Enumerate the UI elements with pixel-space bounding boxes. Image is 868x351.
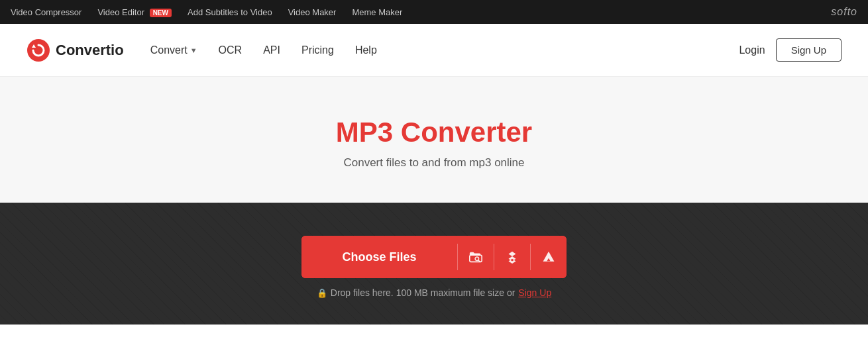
top-bar-video-compressor[interactable]: Video Compressor <box>11 7 81 17</box>
top-bar: Video Compressor Video Editor NEW Add Su… <box>0 0 868 24</box>
logo-icon <box>27 38 50 62</box>
nav-ocr[interactable]: OCR <box>219 44 243 56</box>
folder-search-icon <box>468 250 483 264</box>
page-title: MP3 Converter <box>13 117 855 148</box>
hero-section: MP3 Converter Convert files to and from … <box>0 77 868 203</box>
main-nav: Convert ▼ OCR API Pricing Help <box>150 44 739 56</box>
gdrive-icon <box>541 250 556 264</box>
nav-right: Login Sign Up <box>739 38 841 62</box>
top-bar-video-maker[interactable]: Video Maker <box>288 7 337 17</box>
nav-help[interactable]: Help <box>355 44 377 56</box>
gdrive-button[interactable] <box>531 236 567 278</box>
lock-icon: 🔒 <box>317 288 327 298</box>
nav-convert[interactable]: Convert ▼ <box>150 44 197 56</box>
nav-api[interactable]: API <box>263 44 280 56</box>
upload-box: Choose Files <box>301 236 567 278</box>
dropbox-button[interactable] <box>494 236 530 278</box>
signup-button[interactable]: Sign Up <box>776 38 841 62</box>
logo-text: Convertio <box>56 42 124 59</box>
chevron-down-icon: ▼ <box>190 46 197 54</box>
logo[interactable]: Convertio <box>27 38 124 62</box>
drop-info: 🔒 Drop files here. 100 MB maximum file s… <box>317 287 551 298</box>
new-badge: NEW <box>150 9 172 17</box>
dropbox-icon <box>505 250 519 264</box>
svg-point-0 <box>27 39 50 62</box>
header: Convertio Convert ▼ OCR API Pricing Help… <box>0 24 868 77</box>
hero-subtitle: Convert files to and from mp3 online <box>13 156 855 170</box>
upload-section: Choose Files 🔒 Drop files here. 10 <box>0 203 868 325</box>
top-bar-add-subtitles[interactable]: Add Subtitles to Video <box>188 7 272 17</box>
login-button[interactable]: Login <box>739 44 765 56</box>
top-bar-video-editor[interactable]: Video Editor NEW <box>97 7 172 17</box>
drop-signup-link[interactable]: Sign Up <box>518 287 551 298</box>
choose-files-button[interactable]: Choose Files <box>301 236 457 278</box>
drop-info-text: Drop files here. 100 MB maximum file siz… <box>331 287 515 298</box>
top-bar-meme-maker[interactable]: Meme Maker <box>352 7 402 17</box>
top-bar-brand: softo <box>831 6 857 18</box>
folder-search-button[interactable] <box>458 236 494 278</box>
nav-pricing[interactable]: Pricing <box>301 44 334 56</box>
svg-rect-2 <box>470 255 482 262</box>
